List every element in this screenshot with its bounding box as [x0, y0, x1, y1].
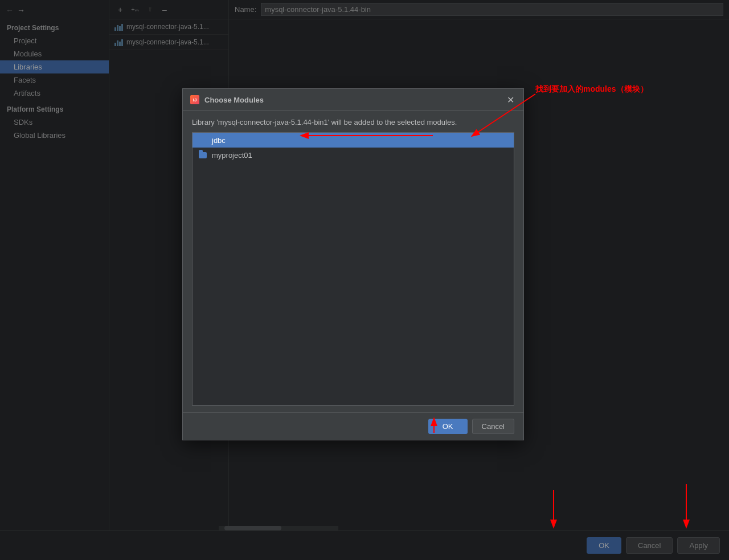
modal-titlebar: IJ Choose Modules ✕ [183, 89, 523, 111]
module-folder-icon [198, 150, 207, 160]
module-item-jdbc[interactable]: jdbc [193, 133, 514, 148]
modal-close-button[interactable]: ✕ [504, 93, 517, 106]
modal-body: Library 'mysql-connector-java-5.1.44-bin… [183, 111, 523, 412]
module-item-myproject01[interactable]: myproject01 [193, 148, 514, 162]
modal-footer: OK Cancel [183, 412, 523, 440]
modal-overlay: IJ Choose Modules ✕ Library 'mysql-conne… [0, 0, 729, 560]
module-list: jdbc myproject01 [192, 132, 514, 406]
modal-cancel-button[interactable]: Cancel [472, 419, 514, 434]
module-folder-icon [198, 136, 207, 145]
modal-info-text: Library 'mysql-connector-java-5.1.44-bin… [192, 118, 514, 126]
module-label: myproject01 [212, 151, 252, 160]
module-label: jdbc [212, 136, 226, 145]
choose-modules-dialog: IJ Choose Modules ✕ Library 'mysql-conne… [182, 88, 524, 440]
modal-ok-button[interactable]: OK [428, 419, 468, 434]
modal-title: Choose Modules [204, 96, 499, 104]
modal-logo-icon: IJ [190, 95, 200, 105]
